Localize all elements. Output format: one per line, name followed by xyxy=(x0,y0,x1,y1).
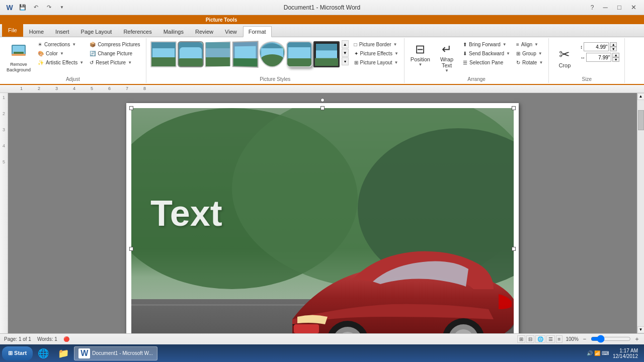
draft-btn[interactable]: ≡ xyxy=(556,335,563,343)
word-taskbar-label: Document1 - Microsoft W... xyxy=(92,350,153,356)
wrap-text-btn[interactable]: ↵ Wrap Text ▼ xyxy=(434,40,459,75)
group-icon: ⊞ xyxy=(516,51,520,56)
redo-quick-btn[interactable]: ↷ xyxy=(43,2,54,13)
handle-top-right[interactable] xyxy=(512,106,516,110)
folder-icon: 📁 xyxy=(58,348,69,359)
handle-rotate[interactable] xyxy=(320,98,325,102)
rotate-btn[interactable]: ↻ Rotate ▼ xyxy=(514,58,545,67)
tab-file[interactable]: File xyxy=(2,24,23,37)
bring-forward-btn[interactable]: ⬆ Bring Forward ▼ xyxy=(460,40,513,49)
undo-quick-btn[interactable]: ↶ xyxy=(30,2,41,13)
macro-recorder[interactable]: 🔴 xyxy=(63,336,69,342)
style-thumb-7[interactable] xyxy=(313,41,340,67)
size-group-content: ✂ Crop ↕ ▲ ▼ ↔ xyxy=(552,40,621,75)
picture-border-btn[interactable]: □ Picture Border ▼ xyxy=(352,40,401,49)
styles-scroll-more[interactable]: ▾ xyxy=(342,57,349,65)
tab-home[interactable]: Home xyxy=(24,26,49,37)
position-btn[interactable]: ⊟ Position ▼ xyxy=(408,40,433,69)
picture-layout-btn[interactable]: ⊞ Picture Layout ▼ xyxy=(352,58,401,67)
handle-top-left[interactable] xyxy=(129,106,133,110)
width-input[interactable] xyxy=(586,53,611,62)
corrections-icon: ☀ xyxy=(38,42,42,47)
style-thumb-5[interactable] xyxy=(259,41,285,67)
explorer-taskbar-btn[interactable]: 📁 xyxy=(54,346,73,360)
artistic-icon: ✨ xyxy=(38,60,44,65)
handle-middle-left[interactable] xyxy=(129,247,133,251)
style-thumb-6[interactable] xyxy=(286,41,312,67)
full-screen-btn[interactable]: ⊟ xyxy=(526,335,534,343)
customize-quick-btn[interactable]: ▼ xyxy=(56,2,67,13)
zoom-in-btn[interactable]: ＋ xyxy=(634,335,640,343)
scroll-up-btn[interactable]: ▲ xyxy=(637,93,645,100)
remove-background-btn[interactable]: RemoveBackground xyxy=(3,40,34,75)
compress-btn[interactable]: 📦 Compress Pictures xyxy=(87,40,142,49)
scroll-down-btn[interactable]: ▼ xyxy=(637,326,645,333)
svg-point-18 xyxy=(260,54,284,66)
word-taskbar-btn[interactable]: W Document1 - Microsoft W... xyxy=(74,346,157,360)
tab-mailings[interactable]: Mailings xyxy=(158,26,189,37)
ribbon: RemoveBackground ☀ Corrections ▼ 🎨 Color… xyxy=(0,37,644,85)
status-bar: Page: 1 of 1 Words: 1 🔴 ⊞ ⊟ 🌐 ☰ ≡ 100% －… xyxy=(0,333,644,344)
zoom-out-btn[interactable]: － xyxy=(582,335,588,343)
svg-rect-25 xyxy=(315,58,338,66)
close-btn[interactable]: ✕ xyxy=(627,2,640,13)
width-down-btn[interactable]: ▼ xyxy=(612,57,619,62)
size-inputs: ↕ ▲ ▼ ↔ ▲ ▼ xyxy=(578,40,621,64)
outline-btn[interactable]: ☰ xyxy=(546,335,555,343)
height-up-btn[interactable]: ▲ xyxy=(610,42,617,47)
crop-btn[interactable]: ✂ Crop xyxy=(552,45,577,70)
adjust-col: ☀ Corrections ▼ 🎨 Color ▼ ✨ Artistic Eff… xyxy=(35,40,86,67)
image-selection[interactable]: Text xyxy=(131,108,514,333)
scroll-thumb[interactable] xyxy=(638,110,644,130)
tab-view[interactable]: View xyxy=(219,26,243,37)
height-down-btn[interactable]: ▼ xyxy=(610,47,617,51)
svg-rect-9 xyxy=(179,58,203,66)
start-btn[interactable]: ⊞ Start xyxy=(2,346,33,360)
tab-format[interactable]: Format xyxy=(243,26,272,37)
handle-middle-right[interactable] xyxy=(512,247,516,251)
ie-icon: 🌐 xyxy=(38,348,49,359)
color-btn[interactable]: 🎨 Color ▼ xyxy=(35,49,86,58)
selection-pane-btn[interactable]: ☰ Selection Pane xyxy=(460,58,513,67)
width-up-btn[interactable]: ▲ xyxy=(612,53,619,57)
artistic-effects-btn[interactable]: ✨ Artistic Effects ▼ xyxy=(35,58,86,67)
tab-insert[interactable]: Insert xyxy=(50,26,75,37)
ie-taskbar-btn[interactable]: 🌐 xyxy=(34,346,53,360)
reset-picture-btn[interactable]: ↺ Reset Picture ▼ xyxy=(87,58,142,67)
tab-page-layout[interactable]: Page Layout xyxy=(75,26,118,37)
word-logo[interactable]: W xyxy=(4,2,15,13)
styles-group-content: ▲ ▼ ▾ □ Picture Border ▼ ✦ Picture Effec… xyxy=(149,40,401,75)
height-input[interactable] xyxy=(584,42,609,51)
styles-scroll-up[interactable]: ▲ xyxy=(342,40,349,48)
zoom-slider[interactable] xyxy=(591,335,631,343)
minimize-btn[interactable]: ─ xyxy=(599,2,612,13)
help-btn[interactable]: ? xyxy=(587,2,598,13)
styles-scroll-down[interactable]: ▼ xyxy=(342,49,349,57)
style-thumb-2[interactable] xyxy=(178,41,204,67)
taskbar: ⊞ Start 🌐 📁 W Document1 - Microsoft W...… xyxy=(0,344,644,362)
color-icon: 🎨 xyxy=(38,51,44,56)
svg-rect-2 xyxy=(14,52,24,54)
style-thumb-4[interactable] xyxy=(232,41,258,68)
maximize-btn[interactable]: □ xyxy=(613,2,626,13)
handle-top-middle[interactable] xyxy=(320,106,325,110)
size-label: Size xyxy=(582,75,592,82)
title-bar-right: ? ─ □ ✕ xyxy=(587,2,640,13)
tab-references[interactable]: References xyxy=(118,26,157,37)
send-backward-btn[interactable]: ⬇ Send Backward ▼ xyxy=(460,49,513,58)
corrections-btn[interactable]: ☀ Corrections ▼ xyxy=(35,40,86,49)
web-layout-btn[interactable]: 🌐 xyxy=(535,335,545,343)
style-thumb-3[interactable] xyxy=(205,41,231,67)
print-layout-btn[interactable]: ⊞ xyxy=(517,335,525,343)
tab-review[interactable]: Review xyxy=(190,26,219,37)
style-thumb-1[interactable] xyxy=(150,41,177,67)
color-arrow: ▼ xyxy=(60,51,64,56)
group-btn[interactable]: ⊞ Group ▼ xyxy=(514,49,545,58)
save-quick-btn[interactable]: 💾 xyxy=(17,2,28,13)
start-label: ⊞ Start xyxy=(8,350,27,356)
picture-effects-btn[interactable]: ✦ Picture Effects ▼ xyxy=(352,49,401,58)
time: 1:17 AM xyxy=(613,348,638,353)
align-btn[interactable]: ≡ Align ▼ xyxy=(514,40,545,49)
change-picture-btn[interactable]: 🔄 Change Picture xyxy=(87,49,142,58)
arrange-col2: ≡ Align ▼ ⊞ Group ▼ ↻ Rotate ▼ xyxy=(514,40,545,67)
